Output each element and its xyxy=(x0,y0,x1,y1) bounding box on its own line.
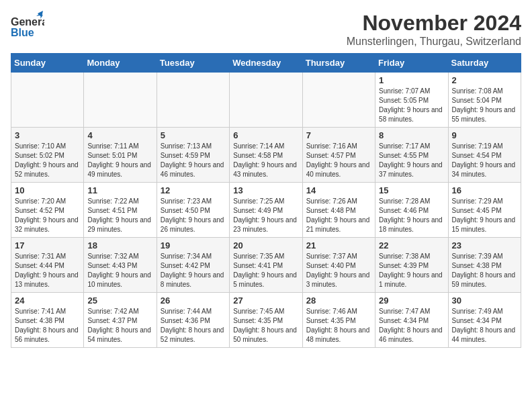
calendar-cell: 16Sunrise: 7:29 AM Sunset: 4:45 PM Dayli… xyxy=(448,183,521,238)
day-header-thursday: Thursday xyxy=(302,54,375,73)
day-info: Sunrise: 7:16 AM Sunset: 4:57 PM Dayligh… xyxy=(306,142,371,179)
calendar-cell xyxy=(157,73,229,128)
calendar-cell: 9Sunrise: 7:19 AM Sunset: 4:54 PM Daylig… xyxy=(448,128,521,183)
calendar-cell: 29Sunrise: 7:47 AM Sunset: 4:34 PM Dayli… xyxy=(375,293,448,348)
day-number: 18 xyxy=(87,240,152,250)
svg-text:Blue: Blue xyxy=(11,27,34,38)
day-info: Sunrise: 7:25 AM Sunset: 4:49 PM Dayligh… xyxy=(233,197,298,234)
calendar-table: SundayMondayTuesdayWednesdayThursdayFrid… xyxy=(11,53,521,348)
day-number: 30 xyxy=(452,295,517,306)
day-header-sunday: Sunday xyxy=(11,54,84,73)
main-title: November 2024 xyxy=(347,11,521,36)
day-info: Sunrise: 7:08 AM Sunset: 5:04 PM Dayligh… xyxy=(452,87,517,124)
calendar-cell: 24Sunrise: 7:41 AM Sunset: 4:38 PM Dayli… xyxy=(11,293,84,348)
day-number: 21 xyxy=(306,240,371,250)
day-number: 4 xyxy=(87,130,152,140)
day-number: 1 xyxy=(379,75,444,85)
subtitle: Munsterlingen, Thurgau, Switzerland xyxy=(347,36,521,48)
day-number: 29 xyxy=(379,295,444,306)
calendar-cell: 27Sunrise: 7:45 AM Sunset: 4:35 PM Dayli… xyxy=(230,293,302,348)
calendar-cell: 6Sunrise: 7:14 AM Sunset: 4:58 PM Daylig… xyxy=(230,128,302,183)
day-number: 24 xyxy=(15,295,80,306)
day-info: Sunrise: 7:22 AM Sunset: 4:51 PM Dayligh… xyxy=(87,197,152,234)
day-info: Sunrise: 7:17 AM Sunset: 4:55 PM Dayligh… xyxy=(379,142,444,179)
calendar-cell: 18Sunrise: 7:32 AM Sunset: 4:43 PM Dayli… xyxy=(84,238,157,293)
day-number: 22 xyxy=(379,240,444,250)
calendar-cell xyxy=(84,73,157,128)
day-info: Sunrise: 7:29 AM Sunset: 4:45 PM Dayligh… xyxy=(452,197,517,234)
day-info: Sunrise: 7:23 AM Sunset: 4:50 PM Dayligh… xyxy=(161,197,226,234)
day-number: 23 xyxy=(452,240,517,250)
calendar-cell: 22Sunrise: 7:38 AM Sunset: 4:39 PM Dayli… xyxy=(375,238,448,293)
day-info: Sunrise: 7:41 AM Sunset: 4:38 PM Dayligh… xyxy=(15,307,80,345)
day-info: Sunrise: 7:28 AM Sunset: 4:46 PM Dayligh… xyxy=(379,197,444,234)
calendar-cell: 1Sunrise: 7:07 AM Sunset: 5:05 PM Daylig… xyxy=(375,73,448,128)
day-info: Sunrise: 7:13 AM Sunset: 4:59 PM Dayligh… xyxy=(161,142,226,179)
logo-icon: General Blue xyxy=(11,11,44,44)
day-number: 14 xyxy=(306,185,371,195)
calendar-cell: 28Sunrise: 7:46 AM Sunset: 4:35 PM Dayli… xyxy=(302,293,375,348)
day-number: 3 xyxy=(15,130,80,140)
day-number: 28 xyxy=(306,295,371,306)
calendar-cell: 30Sunrise: 7:49 AM Sunset: 4:34 PM Dayli… xyxy=(448,293,521,348)
calendar-cell: 4Sunrise: 7:11 AM Sunset: 5:01 PM Daylig… xyxy=(84,128,157,183)
logo: General Blue xyxy=(11,11,44,47)
calendar-week-row: 24Sunrise: 7:41 AM Sunset: 4:38 PM Dayli… xyxy=(11,293,521,348)
day-info: Sunrise: 7:49 AM Sunset: 4:34 PM Dayligh… xyxy=(452,307,517,345)
calendar-week-row: 3Sunrise: 7:10 AM Sunset: 5:02 PM Daylig… xyxy=(11,128,521,183)
day-info: Sunrise: 7:47 AM Sunset: 4:34 PM Dayligh… xyxy=(379,307,444,345)
page-header: General Blue November 2024 Munsterlingen… xyxy=(11,11,521,48)
day-info: Sunrise: 7:44 AM Sunset: 4:36 PM Dayligh… xyxy=(161,307,226,345)
calendar-week-row: 17Sunrise: 7:31 AM Sunset: 4:44 PM Dayli… xyxy=(11,238,521,293)
day-number: 2 xyxy=(452,75,517,85)
day-info: Sunrise: 7:19 AM Sunset: 4:54 PM Dayligh… xyxy=(452,142,517,179)
calendar-cell: 19Sunrise: 7:34 AM Sunset: 4:42 PM Dayli… xyxy=(157,238,229,293)
day-info: Sunrise: 7:26 AM Sunset: 4:48 PM Dayligh… xyxy=(306,197,371,234)
calendar-cell xyxy=(302,73,375,128)
day-number: 8 xyxy=(379,130,444,140)
day-info: Sunrise: 7:39 AM Sunset: 4:38 PM Dayligh… xyxy=(452,252,517,289)
day-number: 11 xyxy=(87,185,152,195)
day-info: Sunrise: 7:10 AM Sunset: 5:02 PM Dayligh… xyxy=(15,142,80,179)
title-block: November 2024 Munsterlingen, Thurgau, Sw… xyxy=(347,11,521,48)
day-info: Sunrise: 7:11 AM Sunset: 5:01 PM Dayligh… xyxy=(87,142,152,179)
calendar-cell: 13Sunrise: 7:25 AM Sunset: 4:49 PM Dayli… xyxy=(230,183,302,238)
day-number: 19 xyxy=(161,240,226,250)
day-number: 10 xyxy=(15,185,80,195)
day-number: 20 xyxy=(233,240,298,250)
day-number: 15 xyxy=(379,185,444,195)
calendar-cell: 8Sunrise: 7:17 AM Sunset: 4:55 PM Daylig… xyxy=(375,128,448,183)
calendar-cell: 26Sunrise: 7:44 AM Sunset: 4:36 PM Dayli… xyxy=(157,293,229,348)
day-header-tuesday: Tuesday xyxy=(157,54,229,73)
day-number: 17 xyxy=(15,240,80,250)
calendar-cell: 20Sunrise: 7:35 AM Sunset: 4:41 PM Dayli… xyxy=(230,238,302,293)
day-number: 25 xyxy=(87,295,152,306)
calendar-cell: 15Sunrise: 7:28 AM Sunset: 4:46 PM Dayli… xyxy=(375,183,448,238)
svg-text:General: General xyxy=(11,16,44,28)
day-header-monday: Monday xyxy=(84,54,157,73)
calendar-cell: 21Sunrise: 7:37 AM Sunset: 4:40 PM Dayli… xyxy=(302,238,375,293)
day-number: 9 xyxy=(452,130,517,140)
day-header-wednesday: Wednesday xyxy=(230,54,302,73)
day-number: 26 xyxy=(161,295,226,306)
calendar-cell: 14Sunrise: 7:26 AM Sunset: 4:48 PM Dayli… xyxy=(302,183,375,238)
calendar-cell: 23Sunrise: 7:39 AM Sunset: 4:38 PM Dayli… xyxy=(448,238,521,293)
day-number: 12 xyxy=(161,185,226,195)
day-header-friday: Friday xyxy=(375,54,448,73)
calendar-cell xyxy=(11,73,84,128)
day-info: Sunrise: 7:45 AM Sunset: 4:35 PM Dayligh… xyxy=(233,307,298,345)
day-info: Sunrise: 7:34 AM Sunset: 4:42 PM Dayligh… xyxy=(161,252,226,289)
day-info: Sunrise: 7:14 AM Sunset: 4:58 PM Dayligh… xyxy=(233,142,298,179)
day-number: 5 xyxy=(161,130,226,140)
day-info: Sunrise: 7:20 AM Sunset: 4:52 PM Dayligh… xyxy=(15,197,80,234)
calendar-week-row: 1Sunrise: 7:07 AM Sunset: 5:05 PM Daylig… xyxy=(11,73,521,128)
calendar-cell xyxy=(230,73,302,128)
day-header-saturday: Saturday xyxy=(448,54,521,73)
calendar-cell: 17Sunrise: 7:31 AM Sunset: 4:44 PM Dayli… xyxy=(11,238,84,293)
day-number: 7 xyxy=(306,130,371,140)
day-info: Sunrise: 7:35 AM Sunset: 4:41 PM Dayligh… xyxy=(233,252,298,289)
calendar-cell: 7Sunrise: 7:16 AM Sunset: 4:57 PM Daylig… xyxy=(302,128,375,183)
calendar-cell: 3Sunrise: 7:10 AM Sunset: 5:02 PM Daylig… xyxy=(11,128,84,183)
day-info: Sunrise: 7:07 AM Sunset: 5:05 PM Dayligh… xyxy=(379,87,444,124)
calendar-cell: 2Sunrise: 7:08 AM Sunset: 5:04 PM Daylig… xyxy=(448,73,521,128)
